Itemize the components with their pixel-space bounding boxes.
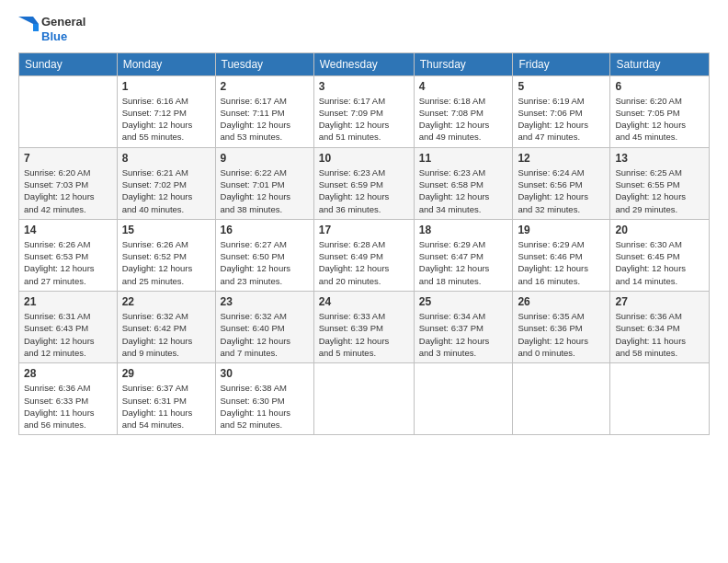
day-info: Sunrise: 6:29 AM Sunset: 6:46 PM Dayligh… (518, 238, 605, 287)
day-info: Sunrise: 6:28 AM Sunset: 6:49 PM Dayligh… (319, 238, 409, 287)
day-cell: 15Sunrise: 6:26 AM Sunset: 6:52 PM Dayli… (117, 219, 215, 291)
day-cell: 5Sunrise: 6:19 AM Sunset: 7:06 PM Daylig… (513, 75, 610, 147)
day-cell: 23Sunrise: 6:32 AM Sunset: 6:40 PM Dayli… (215, 292, 313, 363)
day-info: Sunrise: 6:34 AM Sunset: 6:37 PM Dayligh… (419, 310, 508, 359)
logo-graphic (18, 17, 39, 42)
day-cell: 22Sunrise: 6:32 AM Sunset: 6:42 PM Dayli… (117, 292, 215, 363)
day-number: 10 (319, 152, 409, 165)
day-cell: 20Sunrise: 6:30 AM Sunset: 6:45 PM Dayli… (610, 219, 710, 291)
day-info: Sunrise: 6:33 AM Sunset: 6:39 PM Dayligh… (319, 310, 409, 359)
day-number: 28 (24, 367, 112, 380)
day-info: Sunrise: 6:30 AM Sunset: 6:45 PM Dayligh… (615, 238, 704, 287)
day-number: 8 (122, 152, 210, 165)
day-cell: 12Sunrise: 6:24 AM Sunset: 6:56 PM Dayli… (513, 147, 610, 219)
day-cell: 1Sunrise: 6:16 AM Sunset: 7:12 PM Daylig… (117, 75, 215, 147)
day-info: Sunrise: 6:32 AM Sunset: 6:42 PM Dayligh… (122, 310, 210, 359)
day-cell: 8Sunrise: 6:21 AM Sunset: 7:02 PM Daylig… (117, 147, 215, 219)
day-cell: 3Sunrise: 6:17 AM Sunset: 7:09 PM Daylig… (313, 75, 414, 147)
day-cell: 9Sunrise: 6:22 AM Sunset: 7:01 PM Daylig… (215, 147, 313, 219)
day-cell: 26Sunrise: 6:35 AM Sunset: 6:36 PM Dayli… (513, 292, 610, 363)
day-info: Sunrise: 6:16 AM Sunset: 7:12 PM Dayligh… (122, 95, 210, 144)
week-row-1: 1Sunrise: 6:16 AM Sunset: 7:12 PM Daylig… (19, 75, 710, 147)
day-number: 3 (319, 80, 409, 93)
day-info: Sunrise: 6:20 AM Sunset: 7:05 PM Dayligh… (615, 95, 704, 144)
day-info: Sunrise: 6:38 AM Sunset: 6:30 PM Dayligh… (221, 382, 309, 431)
week-row-5: 28Sunrise: 6:36 AM Sunset: 6:33 PM Dayli… (19, 363, 710, 435)
day-info: Sunrise: 6:26 AM Sunset: 6:53 PM Dayligh… (24, 238, 112, 287)
day-cell (414, 363, 513, 435)
day-info: Sunrise: 6:17 AM Sunset: 7:11 PM Dayligh… (221, 95, 309, 144)
day-number: 7 (24, 152, 112, 165)
day-info: Sunrise: 6:20 AM Sunset: 7:03 PM Dayligh… (24, 167, 112, 215)
day-cell: 28Sunrise: 6:36 AM Sunset: 6:33 PM Dayli… (19, 363, 118, 435)
day-cell: 7Sunrise: 6:20 AM Sunset: 7:03 PM Daylig… (19, 147, 118, 219)
day-number: 16 (221, 224, 309, 236)
day-info: Sunrise: 6:35 AM Sunset: 6:36 PM Dayligh… (518, 310, 605, 359)
logo: General Blue (18, 15, 85, 45)
header-cell-wednesday: Wednesday (313, 52, 414, 75)
week-row-4: 21Sunrise: 6:31 AM Sunset: 6:43 PM Dayli… (19, 292, 710, 363)
logo-text: General Blue (41, 15, 85, 45)
day-cell: 16Sunrise: 6:27 AM Sunset: 6:50 PM Dayli… (215, 219, 313, 291)
day-number: 6 (615, 80, 704, 93)
header-cell-tuesday: Tuesday (215, 52, 313, 75)
day-info: Sunrise: 6:25 AM Sunset: 6:55 PM Dayligh… (615, 167, 704, 215)
header-cell-monday: Monday (117, 52, 215, 75)
day-number: 27 (615, 295, 704, 308)
header-cell-thursday: Thursday (414, 52, 513, 75)
day-number: 24 (319, 295, 409, 308)
day-number: 1 (122, 80, 210, 93)
logo-blue: Blue (41, 29, 85, 44)
day-info: Sunrise: 6:17 AM Sunset: 7:09 PM Dayligh… (319, 95, 409, 144)
logo-general: General (41, 15, 85, 29)
day-number: 13 (615, 152, 704, 165)
day-cell: 2Sunrise: 6:17 AM Sunset: 7:11 PM Daylig… (215, 75, 313, 147)
svg-marker-1 (33, 24, 39, 31)
day-number: 22 (122, 295, 210, 308)
day-number: 11 (419, 152, 508, 165)
day-cell: 17Sunrise: 6:28 AM Sunset: 6:49 PM Dayli… (313, 219, 414, 291)
day-cell: 19Sunrise: 6:29 AM Sunset: 6:46 PM Dayli… (513, 219, 610, 291)
day-number: 23 (221, 295, 309, 308)
day-cell (513, 363, 610, 435)
header-cell-sunday: Sunday (19, 52, 118, 75)
day-number: 4 (419, 80, 508, 93)
day-info: Sunrise: 6:23 AM Sunset: 6:59 PM Dayligh… (319, 167, 409, 215)
day-info: Sunrise: 6:18 AM Sunset: 7:08 PM Dayligh… (419, 95, 508, 144)
day-info: Sunrise: 6:37 AM Sunset: 6:31 PM Dayligh… (122, 382, 210, 431)
day-number: 14 (24, 224, 112, 236)
logo-container: General Blue (18, 15, 85, 45)
day-cell: 6Sunrise: 6:20 AM Sunset: 7:05 PM Daylig… (610, 75, 710, 147)
week-row-3: 14Sunrise: 6:26 AM Sunset: 6:53 PM Dayli… (19, 219, 710, 291)
day-info: Sunrise: 6:36 AM Sunset: 6:33 PM Dayligh… (24, 382, 112, 431)
day-cell (313, 363, 414, 435)
day-number: 19 (518, 224, 605, 236)
day-info: Sunrise: 6:22 AM Sunset: 7:01 PM Dayligh… (221, 167, 309, 215)
day-number: 29 (122, 367, 210, 380)
day-info: Sunrise: 6:27 AM Sunset: 6:50 PM Dayligh… (221, 238, 309, 287)
day-cell: 25Sunrise: 6:34 AM Sunset: 6:37 PM Dayli… (414, 292, 513, 363)
header-cell-friday: Friday (513, 52, 610, 75)
day-info: Sunrise: 6:24 AM Sunset: 6:56 PM Dayligh… (518, 167, 605, 215)
day-info: Sunrise: 6:29 AM Sunset: 6:47 PM Dayligh… (419, 238, 508, 287)
day-cell: 30Sunrise: 6:38 AM Sunset: 6:30 PM Dayli… (215, 363, 313, 435)
day-cell: 24Sunrise: 6:33 AM Sunset: 6:39 PM Dayli… (313, 292, 414, 363)
svg-marker-0 (18, 17, 39, 24)
header: General Blue (18, 15, 710, 45)
day-cell (19, 75, 118, 147)
day-number: 20 (615, 224, 704, 236)
day-number: 15 (122, 224, 210, 236)
day-info: Sunrise: 6:32 AM Sunset: 6:40 PM Dayligh… (221, 310, 309, 359)
day-cell (610, 363, 710, 435)
day-info: Sunrise: 6:36 AM Sunset: 6:34 PM Dayligh… (615, 310, 704, 359)
week-row-2: 7Sunrise: 6:20 AM Sunset: 7:03 PM Daylig… (19, 147, 710, 219)
day-info: Sunrise: 6:23 AM Sunset: 6:58 PM Dayligh… (419, 167, 508, 215)
day-cell: 10Sunrise: 6:23 AM Sunset: 6:59 PM Dayli… (313, 147, 414, 219)
calendar-table: SundayMondayTuesdayWednesdayThursdayFrid… (18, 52, 710, 436)
day-number: 30 (221, 367, 309, 380)
header-cell-saturday: Saturday (610, 52, 710, 75)
day-info: Sunrise: 6:31 AM Sunset: 6:43 PM Dayligh… (24, 310, 112, 359)
day-cell: 29Sunrise: 6:37 AM Sunset: 6:31 PM Dayli… (117, 363, 215, 435)
day-info: Sunrise: 6:26 AM Sunset: 6:52 PM Dayligh… (122, 238, 210, 287)
day-info: Sunrise: 6:19 AM Sunset: 7:06 PM Dayligh… (518, 95, 605, 144)
